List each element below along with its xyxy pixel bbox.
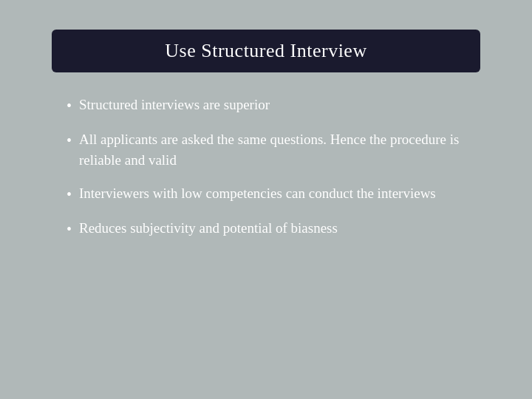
bullet-dot-4: • <box>66 219 72 239</box>
slide-container: Use Structured Interview • Structured in… <box>15 15 517 384</box>
bullet-text-1: Structured interviews are superior <box>79 95 270 115</box>
title-bar: Use Structured Interview <box>52 30 480 72</box>
bullet-item-1: • Structured interviews are superior <box>66 95 480 116</box>
bullet-text-4: Reduces subjectivity and potential of bi… <box>79 218 338 239</box>
bullet-dot-3: • <box>66 184 72 205</box>
bullet-item-2: • All applicants are asked the same ques… <box>66 129 480 170</box>
bullet-item-3: • Interviewers with low competencies can… <box>66 183 480 205</box>
slide-title: Use Structured Interview <box>165 40 366 61</box>
bullet-dot-2: • <box>66 130 72 151</box>
bullet-text-2: All applicants are asked the same questi… <box>79 129 480 170</box>
content-area: • Structured interviews are superior • A… <box>52 95 480 239</box>
bullet-text-3: Interviewers with low competencies can c… <box>79 183 436 204</box>
bullet-item-4: • Reduces subjectivity and potential of … <box>66 218 480 239</box>
bullet-dot-1: • <box>66 95 72 116</box>
